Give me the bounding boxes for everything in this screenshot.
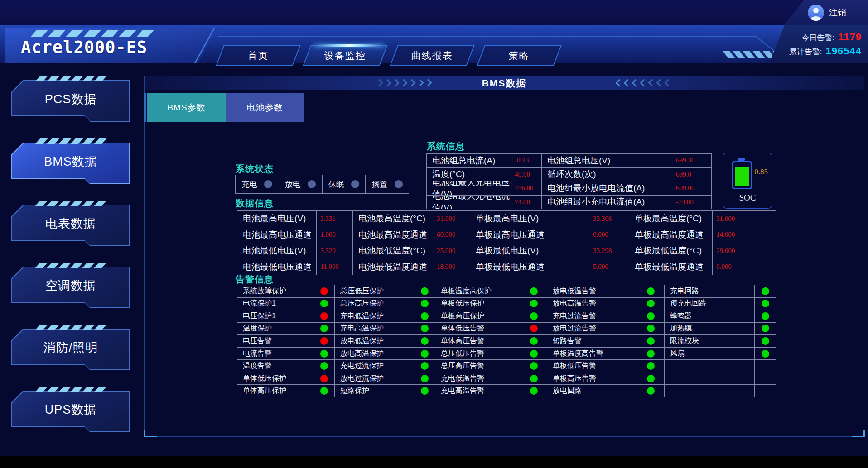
chevron-left-icon <box>616 79 623 87</box>
data-info-title: 数据信息 <box>236 197 274 210</box>
stripe-decoration <box>59 263 72 268</box>
stripe-decoration <box>47 387 60 392</box>
alarm-status-cell <box>414 298 435 310</box>
sidebar-item[interactable]: 空调数据 <box>11 267 130 308</box>
stripe-decoration <box>119 30 136 37</box>
info-value-cell: 699.30 <box>672 154 711 167</box>
info-value-cell: 609.00 <box>672 181 711 195</box>
info-value-cell: 699.0 <box>672 168 711 181</box>
alarm-label-cell: 风扇 <box>665 348 754 360</box>
data-value-cell: 1.000 <box>317 227 352 243</box>
status-indicator-dot <box>308 180 316 188</box>
alarm-label-cell: 单板低压保护 <box>435 298 521 310</box>
alarm-label-cell: 限流模块 <box>665 335 754 347</box>
sidebar-item-label: 空调数据 <box>45 277 96 294</box>
tab-inactive[interactable]: 电池参数 <box>226 93 304 122</box>
alarm-label-cell: 单板低压告警 <box>547 360 637 372</box>
alarm-label-cell: 电压告警 <box>237 335 313 347</box>
alarm-status-cell <box>313 360 334 372</box>
alarm-status-cell <box>637 348 664 360</box>
alarm-status-dot <box>320 375 328 382</box>
alarm-status-cell <box>521 335 547 347</box>
alarm-status-cell <box>755 385 776 397</box>
stripe-decoration <box>47 325 60 330</box>
sidebar-item[interactable]: UPS数据 <box>11 391 130 432</box>
stripe-decoration <box>82 325 95 330</box>
alarm-label-cell: 单板温度高告警 <box>547 348 637 360</box>
alarm-status-dot <box>421 287 429 295</box>
nav-tab[interactable]: 设备监控 <box>303 45 388 66</box>
stripe-decoration <box>35 263 48 268</box>
data-value-cell: 31.000 <box>433 211 470 227</box>
data-label-cell: 电池最高温度(°C) <box>353 211 433 227</box>
chevron-left-icon <box>632 79 640 87</box>
alarm-status-cell <box>637 310 664 322</box>
stripe-decoration <box>47 76 60 81</box>
alarm-status-cell <box>313 310 334 322</box>
stripe-decoration <box>35 138 48 144</box>
status-cell: 放电 <box>279 175 322 193</box>
tab-active[interactable]: BMS参数 <box>147 93 226 122</box>
info-value-cell: 74.00 <box>511 196 541 209</box>
logout-button[interactable]: 注销 <box>784 0 868 25</box>
alarm-status-cell <box>414 360 435 372</box>
stripe-decoration <box>59 201 72 206</box>
topbar: 注销 <box>0 0 868 25</box>
data-info-table: 电池最高电压(V)3.331电池最高温度(°C)31.000单板最高电压(V)3… <box>237 210 776 275</box>
status-indicator-dot <box>395 180 403 188</box>
sidebar-stripes-decoration <box>38 76 104 81</box>
today-alarm-row: 今日告警: 1179 <box>769 31 862 43</box>
alarm-status-cell <box>637 335 664 347</box>
stripe-decoration <box>83 30 101 37</box>
alarm-status-cell <box>313 335 334 347</box>
alarm-status-dot <box>530 287 538 295</box>
footer-band <box>0 456 868 468</box>
chevron-right-icon <box>376 79 383 87</box>
sidebar-item[interactable]: 电表数据 <box>11 205 130 246</box>
alarm-label-cell: 温度保护 <box>237 323 313 335</box>
nav-tab[interactable]: 首页 <box>216 45 301 66</box>
data-value-cell: 18.000 <box>433 259 470 275</box>
alarm-label-cell: 系统故障保护 <box>237 285 313 297</box>
alarm-status-dot <box>421 325 429 332</box>
alarm-status-cell <box>637 323 664 335</box>
soc-value: 0.85 <box>754 167 768 177</box>
sidebar-item-label: PCS数据 <box>45 91 97 107</box>
total-alarm-row: 累计告警: 196544 <box>769 45 862 57</box>
stripe-decoration <box>35 325 48 330</box>
alarm-counters-panel: 今日告警: 1179 累计告警: 196544 <box>769 25 868 63</box>
sidebar-item[interactable]: BMS数据 <box>11 143 130 184</box>
alarm-label-cell: 放电回路 <box>547 385 637 397</box>
data-label-cell: 电池最低电压通道 <box>237 259 316 275</box>
data-label-cell: 单板最低电压通道 <box>470 259 589 275</box>
alarm-status-cell <box>313 323 334 335</box>
nav-tab[interactable]: 曲线报表 <box>390 45 475 66</box>
alarm-status-dot <box>762 350 769 358</box>
stripe-decoration <box>35 76 48 81</box>
main-panel: BMS数据 BMS参数电池参数 系统状态 充电放电休眠搁置 系统信息 电池组总电… <box>144 76 864 437</box>
alarm-label-cell: 充电回路 <box>665 285 754 297</box>
info-value-cell: 40.00 <box>511 168 541 181</box>
alarm-status-dot <box>320 362 328 370</box>
alarm-status-cell <box>414 385 435 397</box>
alarm-status-cell <box>637 385 664 397</box>
title-chevrons-right-icon <box>376 80 431 86</box>
stripe-decoration <box>82 138 95 144</box>
status-cell: 搁置 <box>366 175 409 193</box>
nav-tab[interactable]: 策略 <box>477 45 562 66</box>
stripe-decoration <box>101 30 119 37</box>
data-label-cell: 电池最高电压通道 <box>237 227 316 243</box>
alarm-status-dot <box>421 362 429 370</box>
alarm-status-dot <box>530 375 538 382</box>
alarm-status-dot <box>421 375 429 382</box>
alarm-status-cell <box>313 348 334 360</box>
stripe-decoration <box>71 76 83 81</box>
sidebar-item[interactable]: 消防/照明 <box>11 329 130 370</box>
alarm-status-dot <box>421 387 429 395</box>
soc-panel: 0.85 SOC <box>723 153 772 209</box>
sidebar-item[interactable]: PCS数据 <box>11 80 130 122</box>
sidebar-stripes-decoration <box>38 387 104 392</box>
alarm-status-cell <box>755 323 776 335</box>
alarm-status-dot <box>421 350 429 358</box>
chevron-left-icon <box>648 79 656 87</box>
